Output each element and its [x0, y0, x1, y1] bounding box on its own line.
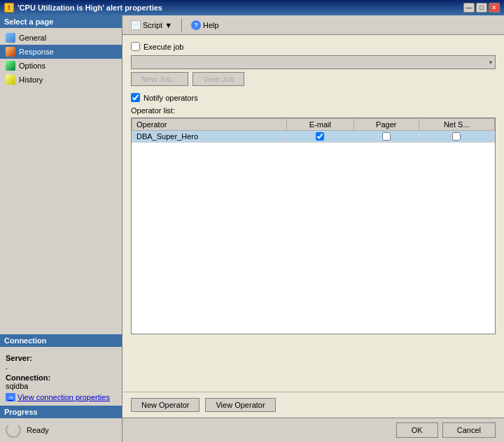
help-button[interactable]: ? Help [187, 18, 223, 32]
execute-job-section: Execute job ▼ New Job... View Job [131, 42, 496, 86]
notify-operators-label: Notify operators [144, 94, 198, 102]
title-bar: ! 'CPU Utilization is High' alert proper… [0, 0, 504, 15]
script-arrow: ▼ [164, 21, 172, 29]
toolbar-separator [181, 19, 182, 31]
view-operator-button[interactable]: View Operator [205, 398, 275, 412]
connection-label: Connection: [6, 373, 116, 382]
sidebar-item-general[interactable]: General [0, 31, 122, 45]
operator-table-container: Operator E-mail Pager Net S... DBA_Super… [131, 117, 496, 334]
connection-link-text: View connection properties [18, 393, 110, 401]
view-connection-link[interactable]: ⇒ View connection properties [6, 393, 116, 401]
sidebar-item-response[interactable]: Response [0, 45, 122, 59]
minimize-button[interactable]: — [463, 3, 475, 13]
operator-netsend-checkbox[interactable] [452, 132, 461, 141]
connection-section: Connection Server: . Connection: sqldba … [0, 334, 122, 406]
view-job-button[interactable]: View Job [192, 72, 244, 86]
sidebar-section-title: Select a page [0, 15, 122, 28]
dropdown-arrow-icon: ▼ [488, 59, 493, 66]
col-netsend: Net S... [419, 119, 494, 131]
server-value: . [6, 362, 116, 371]
connection-value: sqldba [6, 382, 116, 390]
col-pager: Pager [354, 119, 419, 131]
progress-spinner [6, 422, 21, 438]
options-icon [6, 61, 15, 71]
close-button[interactable]: ✕ [489, 3, 500, 13]
operator-email-checkbox[interactable] [316, 132, 324, 141]
operator-name: DBA_Super_Hero [132, 131, 287, 143]
connection-link-icon: ⇒ [6, 393, 15, 401]
sidebar-item-history[interactable]: History [0, 73, 122, 87]
operator-email-cell[interactable] [286, 131, 354, 143]
notify-operators-section: Notify operators Operator list: Operator… [131, 93, 496, 334]
help-label: Help [203, 21, 219, 29]
help-icon: ? [191, 20, 201, 30]
script-icon: 📄 [131, 20, 141, 30]
sidebar-item-options[interactable]: Options [0, 59, 122, 73]
title-bar-buttons: — □ ✕ [463, 3, 500, 13]
col-email: E-mail [286, 119, 354, 131]
maximize-button[interactable]: □ [476, 3, 487, 13]
sidebar-label-general: General [19, 34, 46, 42]
script-button[interactable]: 📄 Script ▼ [127, 18, 176, 32]
right-panel: 📄 Script ▼ ? Help Execute job ▼ [122, 15, 504, 442]
title-bar-text: ! 'CPU Utilization is High' alert proper… [4, 3, 162, 13]
cancel-button[interactable]: Cancel [442, 422, 496, 438]
operator-pager-checkbox[interactable] [382, 132, 391, 141]
history-icon [6, 75, 15, 85]
progress-title: Progress [0, 406, 122, 418]
operator-pager-cell[interactable] [354, 131, 419, 143]
table-row[interactable]: DBA_Super_Hero [132, 131, 495, 143]
job-dropdown[interactable]: ▼ [131, 55, 496, 69]
title-bar-icon: ! [4, 3, 14, 13]
notify-operators-checkbox[interactable] [131, 93, 140, 102]
progress-status: Ready [27, 426, 49, 434]
toolbar: 📄 Script ▼ ? Help [122, 15, 504, 35]
progress-content: Ready [0, 418, 122, 442]
operator-list-label: Operator list: [131, 106, 496, 115]
response-icon [6, 47, 15, 57]
new-job-button[interactable]: New Job... [131, 72, 188, 86]
ok-cancel-row: OK Cancel [122, 418, 504, 442]
bottom-buttons: New Operator View Operator [122, 392, 504, 418]
content-area: Execute job ▼ New Job... View Job Notify… [122, 35, 504, 392]
server-label: Server: [6, 354, 116, 362]
operator-table: Operator E-mail Pager Net S... DBA_Super… [132, 118, 495, 143]
execute-job-row: Execute job [131, 42, 496, 51]
col-operator: Operator [132, 119, 287, 131]
ok-button[interactable]: OK [396, 422, 438, 438]
sidebar-items: General Response Options History [0, 28, 122, 90]
general-icon [6, 33, 15, 43]
sidebar-label-response: Response [19, 48, 54, 56]
job-buttons: New Job... View Job [131, 72, 496, 86]
script-label: Script [143, 21, 162, 29]
sidebar: Select a page General Response Options H… [0, 15, 122, 442]
main-container: Select a page General Response Options H… [0, 15, 504, 442]
new-operator-button[interactable]: New Operator [131, 398, 200, 412]
execute-job-checkbox[interactable] [131, 42, 140, 51]
operator-netsend-cell[interactable] [419, 131, 494, 143]
connection-content: Server: . Connection: sqldba ⇒ View conn… [0, 347, 122, 406]
sidebar-label-history: History [19, 76, 43, 84]
connection-title: Connection [0, 334, 122, 347]
notify-operators-row: Notify operators [131, 93, 496, 102]
execute-job-label: Execute job [144, 43, 183, 51]
sidebar-label-options: Options [19, 62, 46, 70]
progress-section: Progress Ready [0, 406, 122, 442]
